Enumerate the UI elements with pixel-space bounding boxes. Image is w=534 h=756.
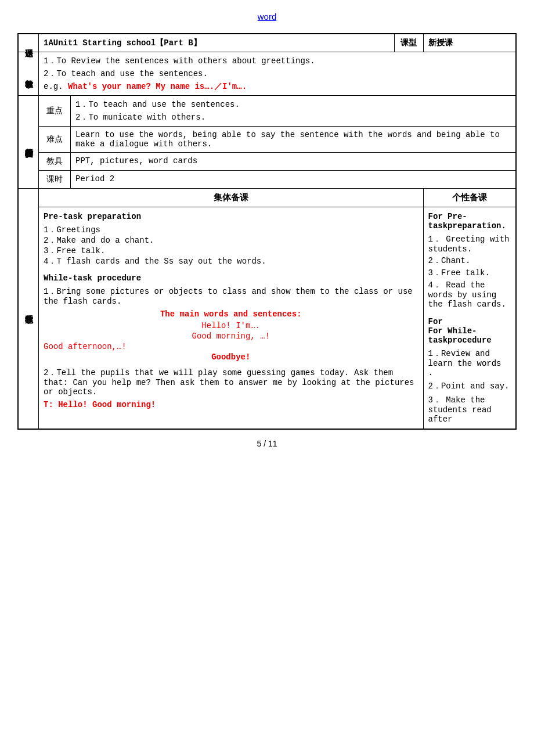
objectives-content: 1．To Review the sentences with others ab…	[39, 52, 517, 96]
main-words-item2: Good morning, …!	[44, 332, 418, 341]
nandian-content: Learn to use the words, being able to sa…	[71, 127, 517, 153]
right-whiletask-label: For While-taskprocedure	[428, 326, 511, 345]
pretask-header: Pre-task preparation	[44, 212, 418, 221]
main-words-item4: Goodbye!	[44, 352, 418, 362]
process-label: 教学过程	[18, 189, 39, 430]
objectives-label: 教学目标	[18, 52, 39, 96]
gexing-content: For Pre-taskpreparation. 1． Greeting wit…	[423, 207, 516, 430]
page-title: word	[258, 12, 277, 21]
page-footer: 5 / 11	[257, 439, 277, 448]
pretask-item-0: 1．Greetings	[44, 225, 418, 235]
pretask-item-2: 3．Free talk.	[44, 246, 418, 256]
item2-text: 2．Tell the pupils that we will play some…	[44, 368, 418, 397]
zhongdian-label: 重点	[39, 96, 71, 127]
keshi-content: Period 2	[71, 171, 517, 189]
main-words-label: The main words and sentences:	[44, 309, 418, 319]
keshi-row: 课时 Period 2	[18, 171, 516, 189]
ketijue-label: 课题	[18, 34, 39, 52]
obj-example: e.g. What's your name? My name is….／I'm……	[44, 81, 511, 92]
header-row: 课题 1AUnit1 Starting school【Part B】 课型 新授…	[18, 34, 516, 52]
process-content-row: Pre-task preparation 1．Greetings 2．Make …	[18, 207, 516, 430]
main-words-item3: Good afternoon,…!	[44, 342, 418, 351]
lesson-type-label: 课型	[394, 34, 423, 52]
lesson-title: 1AUnit1 Starting school【Part B】	[39, 34, 395, 52]
pretask-item-1: 2．Make and do a chant.	[44, 235, 418, 246]
nandian-label: 难点	[39, 127, 71, 153]
gexing-header: 个性备课	[423, 189, 516, 207]
right-pretask-item-0: 1． Greeting with students.	[428, 234, 511, 254]
right-for-pretask: For Pre-taskpreparation.	[428, 212, 511, 231]
keshi-label: 课时	[39, 171, 71, 189]
jiaoju-label: 教具	[39, 153, 71, 171]
right-for-whiletask: For For While-taskprocedure	[428, 317, 511, 345]
jiti-content: Pre-task preparation 1．Greetings 2．Make …	[39, 207, 424, 430]
analysis-label: 教材分析和安排	[18, 96, 39, 189]
right-wt-item-1: 2．Point and say.	[428, 381, 511, 391]
objectives-row: 教学目标 1．To Review the sentences with othe…	[18, 52, 516, 96]
whiletask-section: While-task procedure 1．Bring some pictur…	[44, 273, 418, 409]
right-wt-item-2: 3． Make the students read after	[428, 395, 511, 424]
main-table: 课题 1AUnit1 Starting school【Part B】 课型 新授…	[17, 33, 517, 430]
right-pretask-item-3: 4． Read the words by using the flash car…	[428, 280, 511, 309]
lesson-type-value: 新授课	[423, 34, 516, 52]
whiletask-item1: 1．Bring some pictures or objects to clas…	[44, 286, 418, 306]
zhongdian-item1: 1．To teach and use the sentences.	[75, 99, 511, 110]
right-wt-item-0: 1．Review and learn the words .	[428, 348, 511, 377]
obj-item2: 2．To teach and use the sentences.	[44, 69, 511, 79]
obj-example-prefix: e.g.	[44, 82, 63, 91]
right-pretask-item-2: 3．Free talk.	[428, 268, 511, 278]
jiti-header: 集体备课	[39, 189, 424, 207]
obj-item1: 1．To Review the sentences with others ab…	[44, 56, 511, 66]
main-words-item1: Hello! I'm….	[44, 321, 418, 330]
whiletask-header: While-task procedure	[44, 273, 418, 283]
right-pretask-item-1: 2．Chant.	[428, 255, 511, 266]
jiaoju-content: PPT, pictures, word cards	[71, 153, 517, 171]
zhongdian-content: 1．To teach and use the sentences. 2．To m…	[71, 96, 517, 127]
right-for-whiletask-section: For For While-taskprocedure 1．Review and…	[428, 317, 511, 424]
jiaoju-row: 教具 PPT, pictures, word cards	[18, 153, 516, 171]
zhongdian-item2: 2．To municate with others.	[75, 112, 511, 123]
analysis-row: 教材分析和安排 重点 1．To teach and use the senten…	[18, 96, 516, 127]
item2-dialogue: T: Hello! Good morning!	[44, 400, 418, 409]
obj-example-red: What's your name? My name is….／I'm….	[68, 82, 247, 91]
section-headers-row: 教学过程 集体备课 个性备课	[18, 189, 516, 207]
pretask-item-3: 4．T flash cards and the Ss say out the w…	[44, 256, 418, 267]
nandian-row: 难点 Learn to use the words, being able to…	[18, 127, 516, 153]
right-for-label: For	[428, 317, 511, 326]
